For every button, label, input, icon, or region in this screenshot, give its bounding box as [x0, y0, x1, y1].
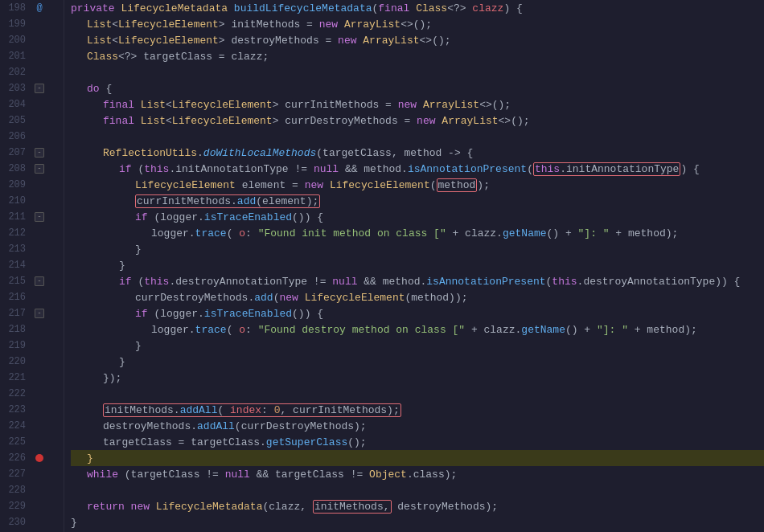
code-line-221: });	[71, 370, 764, 386]
fold-icon-211[interactable]: -	[32, 212, 47, 222]
gutter-row-223: 223	[0, 402, 64, 418]
code-line-203: do {	[71, 80, 764, 96]
gutter-row-204: 204	[0, 96, 64, 113]
gutter-row-227: 227	[0, 466, 64, 482]
code-line-199: List<LifecycleElement> initMethods = new…	[71, 16, 764, 32]
gutter-row-205: 205	[0, 113, 64, 129]
gutter-row-210: 210	[0, 193, 64, 209]
gutter-row-215: 215 -	[0, 273, 64, 289]
code-line-224: destroyMethods.addAll(currDestroyMethods…	[71, 418, 764, 434]
gutter-row-209: 209	[0, 177, 64, 193]
code-line-218: logger.trace( o: "Found destroy method o…	[71, 321, 764, 338]
gutter-row-208: 208 -	[0, 161, 64, 177]
gutter-row-214: 214	[0, 257, 64, 273]
highlight-init-methods-229: initMethods,	[313, 500, 392, 514]
code-line-208: if (this.initAnnotationType != null && m…	[71, 161, 764, 177]
gutter-row-224: 224	[0, 418, 64, 434]
code-line-210: currInitMethods.add(element);	[71, 193, 764, 209]
code-line-213: }	[71, 241, 764, 257]
gutter-row-220: 220	[0, 354, 64, 370]
gutter-row-206: 206	[0, 129, 64, 145]
gutter-row-222: 222	[0, 386, 64, 402]
code-line-206	[71, 129, 764, 145]
fold-icon-203[interactable]: -	[32, 84, 47, 93]
gutter-row-212: 212	[0, 225, 64, 241]
code-line-200: List<LifecycleElement> destroyMethods = …	[71, 32, 764, 48]
gutter-row-216: 216	[0, 289, 64, 305]
gutter-row-221: 221	[0, 370, 64, 386]
code-line-222	[71, 386, 764, 402]
gutter-row-217: 217 -	[0, 305, 64, 321]
code-line-215: if (this.destroyAnnotationType != null &…	[71, 273, 764, 289]
code-line-202	[71, 64, 764, 80]
code-editor: 198 @ 199 200 201 202	[0, 0, 764, 532]
code-line-230: }	[71, 514, 764, 530]
gutter-row-228: 228	[0, 482, 64, 498]
code-line-227: while (targetClass != null && targetClas…	[71, 466, 764, 482]
code-line-204: final List<LifecycleElement> currInitMet…	[71, 96, 764, 113]
gutter-row-213: 213	[0, 241, 64, 257]
gutter-row-203: 203 -	[0, 80, 64, 96]
highlight-init-addall: initMethods.addAll( index: 0, currInitMe…	[103, 403, 401, 417]
code-line-198: private LifecycleMetadata buildLifecycle…	[71, 0, 764, 16]
gutter-icon-198[interactable]: @	[32, 2, 47, 14]
highlight-init-annotation-type: this.initAnnotationType	[533, 162, 680, 176]
fold-icon-215[interactable]: -	[32, 276, 47, 286]
code-content[interactable]: private LifecycleMetadata buildLifecycle…	[64, 0, 764, 532]
code-line-209: LifecycleElement element = new Lifecycle…	[71, 177, 764, 193]
fold-icon-208[interactable]: -	[32, 164, 47, 174]
breakpoint-226[interactable]	[35, 454, 43, 462]
gutter-row-229: 229	[0, 498, 64, 514]
code-line-207: ReflectionUtils.doWithLocalMethods(targe…	[71, 145, 764, 161]
fold-icon-217[interactable]: -	[32, 309, 47, 318]
code-line-220: }	[71, 354, 764, 370]
code-line-225: targetClass = targetClass.getSuperClass(…	[71, 434, 764, 450]
gutter-row-218: 218	[0, 321, 64, 338]
code-line-201: Class<?> targetClass = clazz;	[71, 48, 764, 64]
highlight-method-209: method	[437, 178, 478, 192]
code-line-226: }	[71, 450, 764, 466]
code-line-223: initMethods.addAll( index: 0, currInitMe…	[71, 402, 764, 418]
code-line-228	[71, 482, 764, 498]
code-line-212: logger.trace( o: "Found init method on c…	[71, 225, 764, 241]
gutter-row-226: 226	[0, 450, 64, 466]
gutter-row-211: 211 -	[0, 209, 64, 225]
code-line-216: currDestroyMethods.add(new LifecycleElem…	[71, 289, 764, 305]
fold-icon-207[interactable]: -	[32, 148, 47, 158]
code-line-229: return new LifecycleMetadata(clazz, init…	[71, 498, 764, 514]
gutter-row-219: 219	[0, 338, 64, 354]
code-line-219: }	[71, 338, 764, 354]
code-line-217: if (logger.isTraceEnabled()) {	[71, 305, 764, 321]
code-line-211: if (logger.isTraceEnabled()) {	[71, 209, 764, 225]
gutter-row-199: 199	[0, 16, 64, 32]
code-line-214: }	[71, 257, 764, 273]
gutter-row-200: 200	[0, 32, 64, 48]
gutter-row-230: 230	[0, 514, 64, 530]
gutter-row-201: 201	[0, 48, 64, 64]
line-gutter: 198 @ 199 200 201 202	[0, 0, 64, 532]
gutter-row-202: 202	[0, 64, 64, 80]
gutter-row-225: 225	[0, 434, 64, 450]
gutter-row-207: 207 -	[0, 145, 64, 161]
gutter-row-198: 198 @	[0, 0, 64, 16]
highlight-curr-init-add: currInitMethods.add(element);	[135, 194, 320, 208]
code-line-205: final List<LifecycleElement> currDestroy…	[71, 113, 764, 129]
